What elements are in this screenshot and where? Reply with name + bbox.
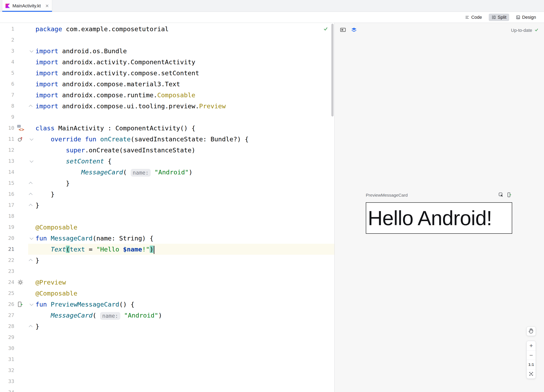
- code-line[interactable]: 30: [0, 343, 334, 354]
- tab-mainactivity[interactable]: MainActivity.kt ×: [2, 0, 52, 12]
- editor-scrollbar-thumb[interactable]: [331, 24, 334, 116]
- code-line[interactable]: 29: [0, 332, 334, 343]
- code-line[interactable]: 2: [0, 35, 334, 46]
- code-line[interactable]: 34: [0, 387, 334, 392]
- fold-marker-icon[interactable]: [27, 134, 35, 145]
- run-preview-on-device-icon[interactable]: [507, 192, 512, 198]
- code-line[interactable]: 24@Preview: [0, 277, 334, 288]
- code-line[interactable]: 13 setContent {: [0, 156, 334, 167]
- zoom-actual-size-button[interactable]: 1:1: [527, 360, 536, 369]
- pan-tool-button[interactable]: [526, 327, 536, 336]
- fold-marker-icon[interactable]: [27, 101, 35, 112]
- code-text: override fun onCreate(savedInstanceState…: [35, 134, 334, 145]
- code-line[interactable]: 20fun MessageCard(name: String) {: [0, 233, 334, 244]
- code-view-icon: [465, 15, 469, 20]
- preview-surface[interactable]: PreviewMessageCard Hello Android!: [335, 38, 544, 392]
- zoom-in-button[interactable]: +: [527, 341, 536, 350]
- code-line[interactable]: 32: [0, 365, 334, 376]
- line-number: 19: [0, 222, 14, 233]
- fold-marker-icon[interactable]: [27, 321, 35, 332]
- fold-marker-icon[interactable]: [27, 178, 35, 189]
- related-gutter-icon[interactable]: <>: [14, 123, 27, 134]
- code-line[interactable]: 3import android.os.Bundle: [0, 46, 334, 56]
- zoom-out-button[interactable]: −: [527, 350, 536, 360]
- line-number: 28: [0, 321, 14, 332]
- code-line[interactable]: 5import androidx.activity.compose.setCon…: [0, 67, 334, 78]
- code-line[interactable]: 25@Composable: [0, 288, 334, 299]
- fold-marker-icon[interactable]: [27, 233, 35, 244]
- code-line[interactable]: 7import androidx.compose.runtime.Composa…: [0, 89, 334, 101]
- code-text: [35, 35, 334, 46]
- code-line[interactable]: 22}: [0, 255, 334, 266]
- fold-marker-icon[interactable]: [27, 255, 35, 266]
- interactive-preview-icon[interactable]: [498, 192, 504, 198]
- fold-margin: [27, 24, 35, 35]
- split-view-icon: [491, 15, 496, 20]
- fold-margin: [27, 365, 35, 376]
- code-line[interactable]: 26fun PreviewMessageCard() {: [0, 299, 334, 310]
- code-editor[interactable]: 1package com.example.composetutorial23im…: [0, 23, 334, 392]
- code-line[interactable]: 16 }: [0, 189, 334, 200]
- code-line[interactable]: 23: [0, 266, 334, 277]
- code-line[interactable]: 18: [0, 211, 334, 222]
- gutter-space: [14, 67, 27, 78]
- code-text: import androidx.compose.material3.Text: [35, 78, 334, 89]
- code-text: [35, 211, 334, 222]
- fold-margin: [27, 266, 35, 277]
- gutter-space: [14, 255, 27, 266]
- line-number: 25: [0, 288, 14, 299]
- code-line[interactable]: 9: [0, 112, 334, 123]
- text-caret: [154, 246, 154, 254]
- fold-marker-icon[interactable]: [27, 200, 35, 211]
- code-line[interactable]: 31: [0, 354, 334, 365]
- line-number: 12: [0, 145, 14, 156]
- code-line[interactable]: 10<>class MainActivity : ComponentActivi…: [0, 123, 334, 134]
- gutter-space: [14, 78, 27, 89]
- inspection-ok-icon[interactable]: [323, 26, 328, 32]
- code-line[interactable]: 4import androidx.activity.ComponentActiv…: [0, 56, 334, 67]
- code-line[interactable]: 12 super.onCreate(savedInstanceState): [0, 145, 334, 156]
- fold-marker-icon[interactable]: [27, 189, 35, 200]
- zoom-to-fit-button[interactable]: [527, 369, 536, 379]
- code-line[interactable]: 15 }: [0, 178, 334, 189]
- gutter-space: [14, 56, 27, 67]
- code-line[interactable]: 6import androidx.compose.material3.Text: [0, 78, 334, 89]
- code-text: import androidx.activity.compose.setCont…: [35, 67, 334, 78]
- parameter-name-hint: name:: [100, 312, 120, 320]
- line-number: 34: [0, 387, 14, 392]
- fold-marker-icon[interactable]: [27, 156, 35, 167]
- preview-display-mode-icon[interactable]: [340, 27, 346, 34]
- code-line[interactable]: 33: [0, 376, 334, 387]
- gutter-space: [14, 46, 27, 56]
- split-view-button[interactable]: Split: [489, 14, 509, 21]
- code-text: Text(text = "Hello $name!"): [35, 244, 334, 255]
- preview-item-title: PreviewMessageCard: [366, 193, 408, 198]
- code-line[interactable]: 1package com.example.composetutorial: [0, 24, 334, 35]
- line-number: 21: [0, 244, 14, 255]
- fold-margin: [27, 67, 35, 78]
- code-line[interactable]: 14 MessageCard( name: "Android"): [0, 167, 334, 178]
- design-view-button[interactable]: Design: [513, 14, 539, 21]
- gutter-space: [14, 266, 27, 277]
- override-gutter-icon[interactable]: [14, 134, 27, 145]
- line-number: 20: [0, 233, 14, 244]
- tab-close-icon[interactable]: ×: [46, 3, 49, 9]
- code-line[interactable]: 8import androidx.compose.ui.tooling.prev…: [0, 101, 334, 112]
- gutter-space: [14, 222, 27, 233]
- run-gutter-icon[interactable]: [14, 299, 27, 310]
- code-line[interactable]: 19@Composable: [0, 222, 334, 233]
- code-line[interactable]: 21 Text(text = "Hello $name!"): [0, 244, 334, 255]
- sync-ok-icon: [534, 28, 539, 33]
- code-line[interactable]: 17}: [0, 200, 334, 211]
- compose-preview-canvas[interactable]: Hello Android!: [366, 202, 512, 234]
- code-line[interactable]: 11 override fun onCreate(savedInstanceSt…: [0, 134, 334, 145]
- code-text: [35, 354, 334, 365]
- fold-marker-icon[interactable]: [27, 299, 35, 310]
- gutter-space: [14, 89, 27, 101]
- code-line[interactable]: 27 MessageCard( name: "Android"): [0, 310, 334, 321]
- layers-icon[interactable]: [351, 27, 357, 34]
- code-view-button[interactable]: Code: [462, 14, 485, 21]
- code-line[interactable]: 28}: [0, 321, 334, 332]
- fold-marker-icon[interactable]: [27, 46, 35, 56]
- gear-gutter-icon[interactable]: [14, 277, 27, 288]
